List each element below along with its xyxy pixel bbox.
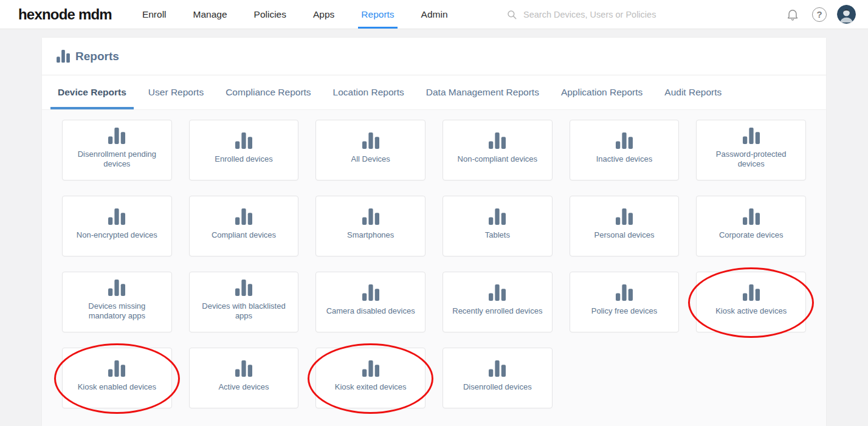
report-card-label: All Devices	[351, 154, 390, 164]
report-card[interactable]: Kiosk active devices	[696, 272, 806, 332]
nav-item[interactable]: Enroll	[139, 0, 170, 29]
report-tab[interactable]: Location Reports	[326, 75, 412, 109]
report-card[interactable]: Camera disabled devices	[315, 272, 425, 332]
report-card-label: Camera disabled devices	[326, 306, 415, 316]
nav-item[interactable]: Reports	[358, 0, 397, 29]
report-card-label: Kiosk enabled devices	[78, 382, 156, 392]
top-navigation-bar: hexnode mdm Enroll Manage Policies Apps …	[0, 0, 868, 29]
search-input[interactable]	[523, 10, 694, 19]
nav-item-label: Apps	[313, 9, 334, 20]
nav-item[interactable]: Apps	[310, 0, 337, 29]
report-card-label: Disenrollment pending devices	[69, 149, 165, 170]
bar-chart-icon	[362, 132, 379, 149]
report-card[interactable]: Disenrolled devices	[443, 348, 553, 408]
page-title: Reports	[57, 50, 119, 63]
bar-chart-icon	[235, 360, 252, 377]
report-tab[interactable]: Application Reports	[554, 75, 650, 109]
main-nav: Enroll Manage Policies Apps Reports Admi…	[129, 0, 461, 29]
report-card-label: Corporate devices	[719, 230, 784, 240]
report-card[interactable]: Kiosk enabled devices	[62, 348, 172, 408]
bar-chart-icon	[57, 50, 70, 63]
bar-chart-icon	[235, 280, 252, 296]
report-card-label: Compliant devices	[212, 230, 276, 240]
reports-panel: Reports Device Reports User Reports Comp…	[42, 38, 826, 426]
report-tab[interactable]: Data Management Reports	[419, 75, 546, 109]
report-card[interactable]: Personal devices	[570, 196, 680, 256]
report-tab-label: Device Reports	[58, 87, 126, 98]
nav-item[interactable]: Policies	[251, 0, 289, 29]
notifications-button[interactable]	[785, 7, 801, 22]
global-search[interactable]	[506, 9, 707, 20]
bar-chart-icon	[489, 132, 506, 149]
red-circle-annotation	[308, 343, 433, 414]
bar-chart-icon	[616, 284, 633, 301]
bar-chart-icon	[743, 208, 760, 225]
help-button[interactable]: ?	[811, 7, 827, 22]
panel-header: Reports	[42, 38, 826, 75]
report-card-label: Inactive devices	[596, 154, 653, 164]
report-card[interactable]: All Devices	[315, 120, 425, 180]
report-tab[interactable]: Compliance Reports	[218, 75, 318, 109]
report-card[interactable]: Non-compliant devices	[443, 120, 553, 180]
report-card[interactable]: Corporate devices	[696, 196, 806, 256]
bar-chart-icon	[108, 208, 125, 225]
bar-chart-icon	[362, 208, 379, 225]
report-card-label: Tablets	[485, 230, 510, 240]
report-tab-label: Compliance Reports	[226, 87, 311, 98]
report-card-label: Kiosk exited devices	[335, 382, 407, 392]
report-tab[interactable]: Device Reports	[50, 75, 134, 109]
avatar-person-icon	[837, 5, 856, 24]
report-card[interactable]: Recently enrolled devices	[443, 272, 553, 332]
report-tab-label: Data Management Reports	[426, 87, 539, 98]
bar-chart-icon	[108, 360, 125, 377]
bar-chart-icon	[489, 284, 506, 301]
report-card[interactable]: Disenrollment pending devices	[62, 120, 172, 180]
report-tab-label: Location Reports	[333, 87, 404, 98]
report-card-label: Non-encrypted devices	[77, 230, 157, 240]
report-tab-label: Application Reports	[561, 87, 642, 98]
nav-item-label: Reports	[361, 9, 394, 20]
report-card[interactable]: Inactive devices	[570, 120, 680, 180]
red-circle-annotation	[688, 267, 814, 338]
report-card[interactable]: Kiosk exited devices	[315, 348, 425, 408]
report-card-label: Smartphones	[347, 230, 394, 240]
report-tab-label: User Reports	[148, 87, 204, 98]
nav-item-label: Policies	[254, 9, 286, 20]
report-card[interactable]: Tablets	[443, 196, 553, 256]
bell-icon	[786, 8, 799, 21]
report-grid: Disenrollment pending devices Enrolled d…	[62, 120, 806, 408]
report-card-label: Enrolled devices	[215, 154, 272, 164]
nav-item[interactable]: Admin	[418, 0, 451, 29]
topbar-right: ?	[506, 0, 868, 29]
bar-chart-icon	[108, 128, 125, 144]
report-card[interactable]: Non-encrypted devices	[62, 196, 172, 256]
bar-chart-icon	[235, 208, 252, 225]
report-card[interactable]: Smartphones	[315, 196, 425, 256]
search-icon	[506, 9, 517, 20]
report-card-label: Password-protected devices	[703, 149, 799, 170]
report-card[interactable]: Active devices	[189, 348, 299, 408]
report-card-label: Non-compliant devices	[458, 154, 538, 164]
report-tab[interactable]: User Reports	[141, 75, 211, 109]
user-avatar[interactable]	[837, 5, 856, 24]
report-tab[interactable]: Audit Reports	[657, 75, 729, 109]
report-tab-label: Audit Reports	[664, 87, 722, 98]
nav-item-label: Manage	[193, 9, 227, 20]
report-card-label: Policy free devices	[591, 306, 657, 316]
report-card[interactable]: Devices missing mandatory apps	[62, 272, 172, 332]
page-title-label: Reports	[75, 50, 119, 63]
bar-chart-icon	[743, 128, 760, 144]
report-card[interactable]: Devices with blacklisted apps	[189, 272, 299, 332]
bar-chart-icon	[362, 284, 379, 301]
hexnode-logo[interactable]: hexnode mdm	[0, 0, 129, 29]
report-card[interactable]: Compliant devices	[189, 196, 299, 256]
report-card-label: Personal devices	[594, 230, 654, 240]
report-card[interactable]: Enrolled devices	[189, 120, 299, 180]
report-card[interactable]: Policy free devices	[570, 272, 680, 332]
report-card-label: Active devices	[218, 382, 269, 392]
red-circle-annotation	[54, 343, 180, 414]
report-card-label: Recently enrolled devices	[452, 306, 542, 316]
report-card[interactable]: Password-protected devices	[696, 120, 806, 180]
nav-item[interactable]: Manage	[190, 0, 230, 29]
nav-item-label: Enroll	[142, 9, 167, 20]
